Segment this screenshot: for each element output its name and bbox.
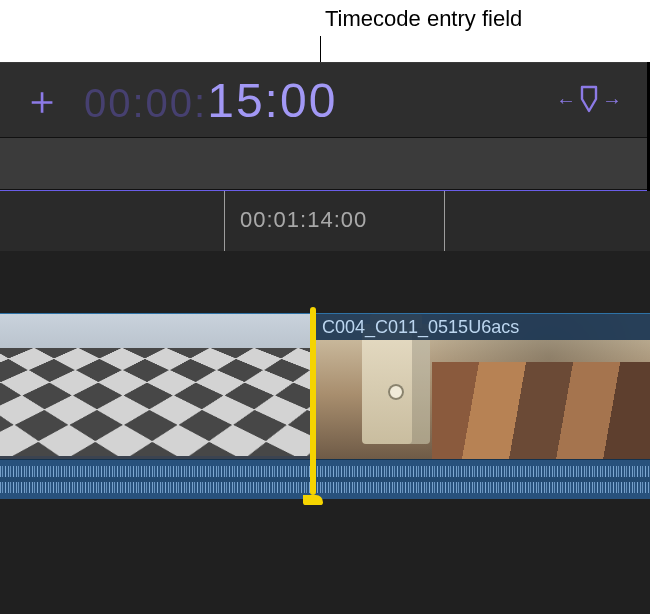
playhead-timecode: 00:01:14:00 xyxy=(240,207,367,233)
external-annotation: Timecode entry field xyxy=(0,0,650,62)
clip-title-bar: C004_C011_0515U6acs xyxy=(312,314,650,340)
clip-thumbnail xyxy=(0,314,312,460)
audio-waveform xyxy=(0,466,312,493)
add-delta-icon[interactable]: ＋ xyxy=(22,80,62,120)
timeline-editor: ＋ 00:00: 15:00 ← → 00:01:14:00 xyxy=(0,62,650,614)
timeline-clip[interactable]: C004_C011_0515U6acs xyxy=(312,313,650,499)
arrow-left-icon: ← xyxy=(556,89,576,112)
timecode-active-segment: 15:00 xyxy=(207,73,337,128)
thumbnail-tower xyxy=(362,324,430,444)
timecode-muted-segment: 00:00: xyxy=(84,81,207,126)
marker-pin-icon xyxy=(578,85,600,115)
primary-storyline: C004_C011_0515U6acs xyxy=(0,313,650,499)
timeline-track-area[interactable]: C004_C011_0515U6acs xyxy=(0,251,650,614)
clip-audio-lane[interactable] xyxy=(312,459,650,499)
thumbnail-checker-floor xyxy=(0,348,312,456)
skimming-toggle[interactable]: ← → xyxy=(556,85,622,115)
timeline-clip[interactable] xyxy=(0,313,312,499)
clip-name: C004_C011_0515U6acs xyxy=(322,317,519,338)
range-end-handle[interactable] xyxy=(444,191,445,251)
clip-audio-lane[interactable] xyxy=(0,459,312,499)
timeline-dashboard-strip xyxy=(0,138,650,190)
thumbnail-roofs xyxy=(432,362,650,460)
timeline-toolbar: ＋ 00:00: 15:00 ← → xyxy=(0,62,650,138)
timeline-ruler[interactable]: 00:01:14:00 xyxy=(0,191,650,251)
timecode-entry-field[interactable]: 00:00: 15:00 xyxy=(84,73,337,128)
arrow-right-icon: → xyxy=(602,89,622,112)
annotation-label: Timecode entry field xyxy=(325,6,522,32)
audio-waveform xyxy=(312,466,650,493)
range-start-handle[interactable] xyxy=(224,191,225,251)
